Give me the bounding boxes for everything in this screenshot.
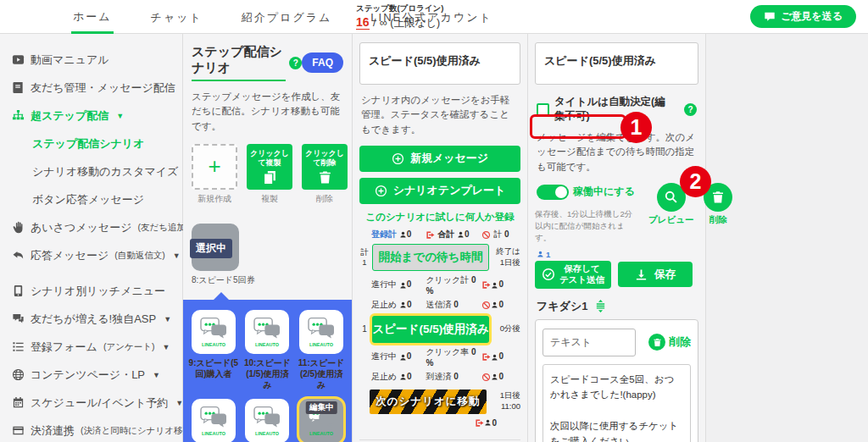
scenario-tile-14-editing[interactable]: LINEAUTO 編集中 14:スピード(5/5)使用済み: [296, 399, 347, 442]
stopped-label: 足止め: [371, 372, 397, 381]
sidebar-item-own-asp[interactable]: 友だちが増える!独自ASP▼: [12, 305, 182, 333]
lineauto-brand: LINEAUTO: [304, 341, 338, 347]
plus-circle-icon: [375, 185, 387, 197]
scenario-tile-13[interactable]: LINEAUTO 13:スピード(4/5)使用済み: [242, 399, 293, 442]
trash-icon: [653, 338, 662, 347]
delete-bubble-button[interactable]: 削除: [648, 334, 691, 351]
subscriber-count: 1: [537, 250, 698, 259]
new-message-button[interactable]: 新規メッセージ: [359, 146, 520, 172]
svg-text:LINEAUTO: LINEAUTO: [309, 431, 334, 436]
faq-button[interactable]: FAQ: [302, 52, 343, 73]
sidebar-label: 友だち管理・メッセージ配信: [31, 80, 175, 96]
active-toggle[interactable]: [537, 185, 569, 200]
feedback-button[interactable]: ご意見を送る: [750, 5, 856, 28]
nav-chat[interactable]: チャット: [149, 1, 204, 32]
duplicate-scenario-button[interactable]: クリックして複製 複製: [247, 144, 292, 205]
save-and-test-button[interactable]: 保存してテスト送信: [535, 261, 611, 289]
save-button[interactable]: 保存: [618, 262, 693, 287]
sidebar-item-button-response-message[interactable]: ボタン応答メッセージ: [12, 185, 182, 213]
sidebar-item-payment-link[interactable]: 決済連携(決済と同時にシナリオ移動)▼: [12, 417, 182, 442]
sidebar-item-super-step-delivery[interactable]: 超ステップ配信▼: [12, 102, 182, 130]
current-message-box[interactable]: スピード(5/5)使用済み: [372, 316, 489, 343]
registered-total-label: 登録計: [371, 229, 397, 239]
top-header: ホーム チャット 紹介プログラム LINE公式アカウント ステップ数(プロライン…: [0, 0, 868, 34]
sidebar-label: 応答メッセージ: [31, 248, 108, 263]
person-icon: [399, 353, 407, 362]
sidebar-item-registration-form[interactable]: 登録フォーム(アンケート)▼: [12, 333, 182, 361]
nav-home[interactable]: ホーム: [71, 0, 114, 34]
sidebar-label: スケジュール/イベント予約: [31, 395, 168, 411]
duplicate-overlay-label: クリックして複製: [249, 149, 290, 168]
wait-time-box[interactable]: 開始までの待ち時間: [372, 244, 489, 271]
message-editor-panel: スピード(5/5)使用済み タイトルは自動決定(編集不可) ? メッセージを編集…: [528, 34, 706, 442]
delete-scenario-button[interactable]: クリックして削除 削除: [302, 144, 348, 205]
trash-icon: [711, 191, 725, 204]
plus-circle-icon: [392, 152, 404, 165]
person-icon: [399, 230, 407, 239]
help-icon[interactable]: ?: [289, 57, 302, 69]
move-next-scenario-banner[interactable]: 次のシナリオに移動: [370, 390, 487, 414]
selected-scenario[interactable]: 選択中: [192, 224, 242, 271]
delete-label: 削除: [704, 214, 732, 226]
sidebar-item-schedule-event[interactable]: スケジュール/イベント予約▼: [12, 389, 182, 417]
sidebar-label: 決済連携: [31, 423, 75, 439]
step-counter-divider: /: [373, 17, 376, 29]
chat-tile-icon: [251, 316, 283, 341]
sidebar-item-scenario-move-customize[interactable]: シナリオ移動のカスタマイズ: [12, 157, 182, 185]
globe-icon: [12, 368, 25, 381]
sidebar-label: 友だちが増える!独自ASP: [31, 312, 156, 327]
person-icon: [537, 250, 544, 258]
download-icon: [635, 268, 648, 281]
list-icon: [12, 340, 25, 353]
copy-icon: [263, 170, 277, 185]
chevron-down-icon: ▼: [153, 371, 160, 379]
speech-bubble-icon: [764, 11, 776, 23]
sidebar-item-step-delivery-scenario[interactable]: ステップ配信シナリオ: [12, 130, 182, 157]
test-register-link[interactable]: このシナリオに試しに何人か登録: [359, 211, 520, 224]
scenario-template-button[interactable]: シナリオテンプレート: [359, 178, 520, 204]
nav-referral-program[interactable]: 紹介プログラム: [240, 1, 334, 32]
chat-tile-icon: [198, 316, 230, 341]
drag-handle-icon[interactable]: [594, 300, 607, 312]
svg-text:LINEAUTO: LINEAUTO: [255, 431, 280, 436]
sidebar-item-auto-reply-message[interactable]: 応答メッセージ(自動返信文)▼: [12, 241, 182, 269]
person-icon: [484, 418, 492, 427]
message-textarea[interactable]: スピードコース全5回、おつかれさまでした!(happy) 次回以降に使用するチケ…: [542, 364, 691, 442]
svg-text:LINEAUTO: LINEAUTO: [202, 431, 226, 436]
chat-tile-icon: [198, 405, 230, 430]
sidebar-item-content-page-lp[interactable]: コンテンツページ・LP▼: [12, 361, 182, 389]
help-icon[interactable]: ?: [684, 103, 697, 116]
editor-description: メッセージを編集できます。次のメッセージ配信までの待ち時間の指定も可能です。: [537, 130, 697, 174]
plus-icon: +: [208, 153, 220, 180]
sidebar-label: 超ステップ配信: [31, 108, 108, 124]
exit-icon: [481, 280, 491, 290]
scenario-tile-label: 10:スピード(1/5)使用済み: [242, 357, 293, 390]
scenario-tile-12[interactable]: LINEAUTO 12:スピード(3/5)使用済み: [188, 399, 239, 442]
delete-message-button[interactable]: 削除: [704, 183, 732, 245]
message-type-field[interactable]: テキスト: [542, 329, 636, 356]
sidebar-item-scenario-rich-menu[interactable]: シナリオ別リッチメニュー: [12, 277, 182, 305]
sidebar-item-friend-management[interactable]: 友だち管理・メッセージ配信▼: [12, 74, 182, 102]
stat-row: 進行中 0 クリック計 0 % 0: [359, 271, 520, 296]
selected-scenario-label: 8:スピード5回券: [192, 274, 343, 286]
chevron-down-icon: ▼: [116, 112, 124, 120]
scenario-tile-11[interactable]: LINEAUTO 11:スピード(2/5)使用済み: [296, 310, 347, 390]
scenario-tile-9[interactable]: LINEAUTO 9:スピード(5回)購入者: [188, 310, 239, 390]
stopped-label: 足止め: [371, 300, 397, 309]
auto-title-checkbox[interactable]: [537, 103, 549, 116]
lineauto-brand: LINEAUTO: [250, 341, 284, 347]
step-counter-value: 16: [356, 15, 370, 30]
hand-icon: [12, 221, 25, 234]
ban-icon: [481, 373, 491, 382]
sidebar-item-video-manual[interactable]: 動画マニュアル: [12, 46, 182, 74]
preview-button[interactable]: プレビュー: [648, 183, 693, 245]
scenario-tile-10[interactable]: LINEAUTO 10:スピード(1/5)使用済み: [242, 310, 293, 390]
delete-bubble-label: 削除: [669, 334, 691, 350]
person-icon: [457, 230, 465, 239]
stat-row: 0: [359, 414, 520, 428]
delete-label: 削除: [302, 193, 348, 205]
new-scenario-button[interactable]: + 新規作成: [192, 144, 237, 205]
magnifier-icon: [664, 190, 678, 204]
sidebar-item-greeting-message[interactable]: あいさつメッセージ(友だち追加時): [12, 213, 182, 241]
sidebar: 動画マニュアル 友だち管理・メッセージ配信▼ 超ステップ配信▼ ステップ配信シナ…: [0, 34, 183, 442]
